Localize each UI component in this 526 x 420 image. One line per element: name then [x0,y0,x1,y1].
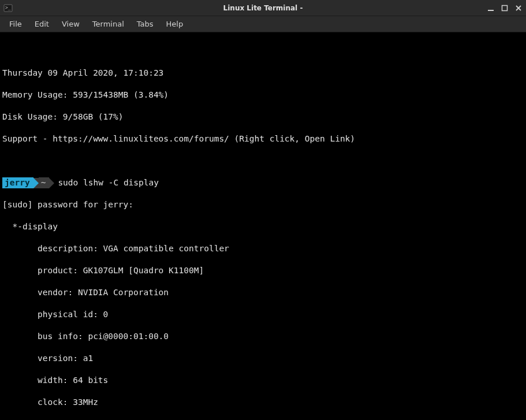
menu-file[interactable]: File [3,17,28,31]
motd-support: Support - https://www.linuxliteos.com/fo… [2,133,524,144]
command-text: sudo lshw -C display [58,177,159,188]
window-controls [486,3,524,13]
minimize-button[interactable] [486,3,496,13]
app-icon: >_ [3,3,13,13]
output-line: version: a1 [2,353,524,364]
output-line: vendor: NVIDIA Corporation [2,287,524,298]
output-line: physical id: 0 [2,309,524,320]
menubar: File Edit View Terminal Tabs Help [0,16,526,32]
menu-tabs[interactable]: Tabs [131,17,159,31]
output-line: bus info: pci@0000:01:00.0 [2,331,524,342]
prompt-line: jerry~sudo lshw -C display [2,177,524,188]
motd-memory: Memory Usage: 593/15438MB (3.84%) [2,90,524,101]
output-line: description: VGA compatible controller [2,243,524,254]
output-line: product: GK107GLM [Quadro K1100M] [2,265,524,276]
output-line [2,155,524,166]
prompt-arrow-icon [49,178,54,188]
window-titlebar: >_ Linux Lite Terminal - [0,0,526,16]
maximize-button[interactable] [499,3,510,13]
svg-text:>_: >_ [5,5,11,10]
prompt-path: ~ [39,177,50,188]
menu-help[interactable]: Help [161,17,189,31]
svg-rect-2 [488,10,494,11]
menu-view[interactable]: View [56,17,85,31]
output-line: *-display [2,221,524,232]
prompt-arrow-icon [33,178,39,188]
terminal-output[interactable]: Thursday 09 April 2020, 17:10:23 Memory … [0,32,526,420]
sudo-password-prompt: [sudo] password for jerry: [2,199,524,210]
svg-rect-3 [502,5,508,10]
output-line: clock: 33MHz [2,397,524,408]
output-line: width: 64 bits [2,375,524,386]
menu-terminal[interactable]: Terminal [87,17,130,31]
motd-datetime: Thursday 09 April 2020, 17:10:23 [2,68,524,79]
window-title: Linux Lite Terminal - [223,4,303,12]
motd-disk: Disk Usage: 9/58GB (17%) [2,111,524,122]
prompt-user: jerry [2,177,33,188]
close-button[interactable] [513,3,524,13]
output-line [2,46,524,57]
menu-edit[interactable]: Edit [29,17,55,31]
